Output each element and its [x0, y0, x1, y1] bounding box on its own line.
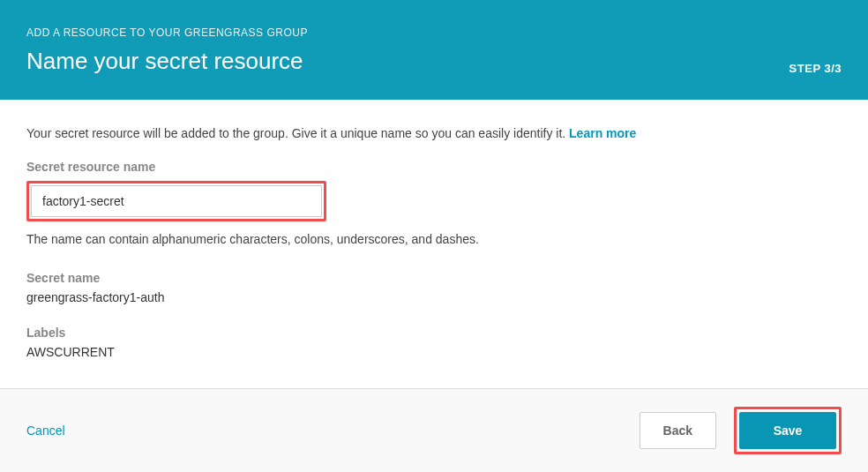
secret-name-label: Secret name: [26, 271, 842, 285]
page-title: Name your secret resource: [26, 48, 842, 75]
labels-value: AWSCURRENT: [26, 345, 115, 359]
secret-resource-name-label: Secret resource name: [26, 160, 842, 174]
footer-button-group: Back Save: [640, 407, 842, 454]
back-button[interactable]: Back: [640, 412, 716, 449]
header-eyebrow: ADD A RESOURCE TO YOUR GREENGRASS GROUP: [26, 26, 842, 39]
content-area: Your secret resource will be added to th…: [0, 100, 868, 398]
save-button-highlight: Save: [734, 407, 842, 454]
secret-name-value: greengrass-factory1-auth: [26, 290, 164, 304]
step-indicator: STEP 3/3: [789, 62, 842, 75]
intro-text: Your secret resource will be added to th…: [26, 126, 842, 140]
learn-more-link[interactable]: Learn more: [569, 126, 636, 140]
labels-field: Labels AWSCURRENT: [26, 326, 842, 359]
wizard-header: ADD A RESOURCE TO YOUR GREENGRASS GROUP …: [0, 0, 868, 100]
secret-resource-name-input[interactable]: [31, 185, 322, 217]
secret-name-field: Secret name greengrass-factory1-auth: [26, 271, 842, 304]
secret-resource-name-field: Secret resource name The name can contai…: [26, 160, 842, 246]
labels-label: Labels: [26, 326, 842, 340]
secret-resource-name-hint: The name can contain alphanumeric charac…: [26, 232, 842, 246]
wizard-footer: Cancel Back Save: [0, 388, 868, 472]
secret-resource-name-highlight: [26, 181, 326, 221]
cancel-button[interactable]: Cancel: [26, 423, 65, 438]
save-button[interactable]: Save: [739, 412, 836, 449]
intro-text-body: Your secret resource will be added to th…: [26, 126, 569, 140]
